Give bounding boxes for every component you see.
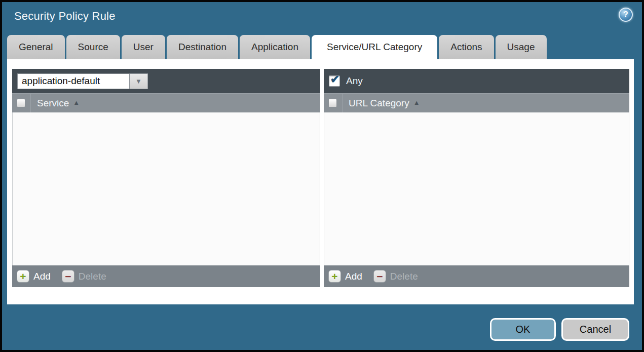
tab-source[interactable]: Source: [66, 35, 120, 59]
column-divider: [342, 94, 343, 113]
service-column-header-row[interactable]: Service ▲: [12, 93, 320, 112]
service-add-button[interactable]: + Add: [17, 270, 51, 283]
tab-user[interactable]: User: [122, 35, 165, 59]
ok-button-label: OK: [516, 324, 531, 335]
tab-bar: General Source User Destination Applicat…: [7, 35, 547, 59]
delete-button-label: Delete: [79, 271, 106, 282]
tab-actions[interactable]: Actions: [439, 35, 494, 59]
cancel-button[interactable]: Cancel: [561, 318, 629, 341]
column-divider: [30, 94, 31, 113]
delete-button-label: Delete: [390, 271, 418, 282]
tab-destination[interactable]: Destination: [167, 35, 238, 59]
service-type-dropdown-input[interactable]: [17, 73, 130, 89]
service-list[interactable]: [12, 112, 320, 265]
sort-asc-icon[interactable]: ▲: [73, 99, 80, 106]
add-button-label: Add: [33, 271, 51, 282]
tab-application[interactable]: Application: [240, 35, 310, 59]
sort-asc-icon[interactable]: ▲: [413, 99, 420, 106]
delete-icon: −: [373, 270, 386, 283]
url-category-column-label: URL Category: [349, 98, 409, 109]
cancel-button-label: Cancel: [580, 324, 611, 335]
chevron-down-icon: ▼: [135, 78, 142, 85]
url-category-list[interactable]: [324, 112, 629, 265]
service-delete-button[interactable]: − Delete: [62, 270, 106, 283]
add-icon: +: [17, 270, 29, 283]
service-select-all-checkbox[interactable]: [17, 99, 25, 107]
url-category-toolbar: ✔ Any: [324, 69, 629, 93]
service-toolbar: ▼: [12, 69, 320, 93]
url-category-panel: ✔ Any URL Category ▲ + Add − Delete: [324, 69, 629, 287]
service-footer: + Add − Delete: [12, 265, 320, 287]
help-icon[interactable]: ?: [619, 8, 633, 22]
ok-button[interactable]: OK: [490, 318, 556, 341]
service-panel: ▼ Service ▲ + Add − Delete: [12, 69, 320, 287]
delete-icon: −: [62, 270, 74, 283]
help-icon-glyph: ?: [623, 10, 628, 19]
dialog-title: Security Policy Rule: [14, 10, 116, 23]
tab-general[interactable]: General: [7, 35, 65, 59]
url-category-column-header-row[interactable]: URL Category ▲: [324, 93, 629, 112]
dialog-body: ▼ Service ▲ + Add − Delete ✔ Any: [7, 59, 634, 304]
url-category-add-button[interactable]: + Add: [328, 270, 362, 283]
url-category-select-all-checkbox[interactable]: [328, 99, 337, 107]
url-category-footer: + Add − Delete: [324, 265, 629, 287]
add-icon: +: [328, 270, 341, 283]
service-type-dropdown-button[interactable]: ▼: [130, 73, 148, 89]
any-checkbox-label: Any: [346, 75, 363, 87]
url-category-delete-button[interactable]: − Delete: [373, 270, 418, 283]
any-checkbox[interactable]: ✔: [329, 75, 340, 87]
add-button-label: Add: [345, 271, 362, 282]
tab-usage[interactable]: Usage: [496, 35, 547, 59]
service-column-label: Service: [37, 98, 69, 109]
tab-service-url-category[interactable]: Service/URL Category: [312, 35, 437, 59]
